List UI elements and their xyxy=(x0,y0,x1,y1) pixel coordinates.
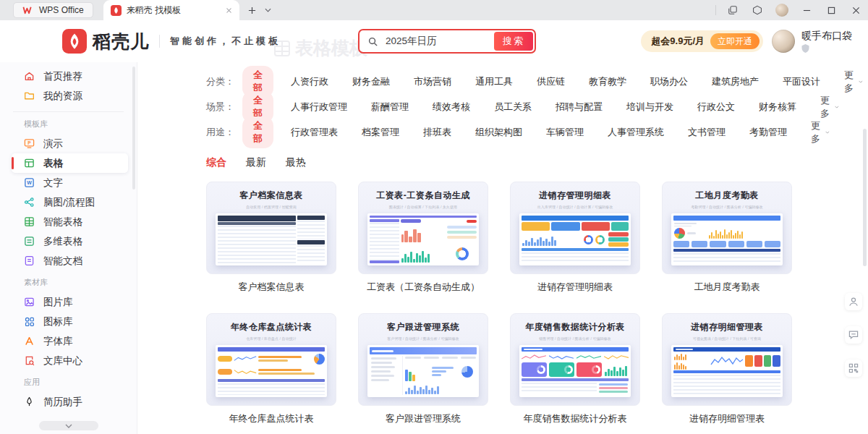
filter-option[interactable]: 平面设计 xyxy=(783,75,820,88)
sidebar-item-home-recommend[interactable]: 首页推荐 xyxy=(12,67,128,86)
filter-option[interactable]: 绩效考核 xyxy=(433,101,470,114)
search-bar[interactable]: 搜索 xyxy=(358,29,536,54)
filter-option[interactable]: 教育教学 xyxy=(589,75,626,88)
template-title: 进销存管理明细表 xyxy=(510,281,640,294)
search-button[interactable]: 搜索 xyxy=(494,32,533,51)
filter-option[interactable]: 员工关系 xyxy=(494,101,532,114)
filter-option-all[interactable]: 全部 xyxy=(242,116,273,148)
filter-more-button[interactable]: 更多 xyxy=(811,119,830,145)
filter-option[interactable]: 招聘与配置 xyxy=(556,101,603,114)
filter-option[interactable]: 建筑房地产 xyxy=(712,75,759,88)
sidebar-section-templates: 模板库 xyxy=(24,119,137,129)
open-membership-button[interactable]: 立即开通 xyxy=(710,33,760,49)
filter-option[interactable]: 行政公文 xyxy=(697,101,735,114)
thumbnail-preview xyxy=(367,345,479,397)
filter-option[interactable]: 排班表 xyxy=(423,126,451,139)
template-card[interactable]: 年终仓库盘点统计表 仓库管理 / 库存盘点 / 自动统计 xyxy=(206,313,336,425)
sidebar-item-smart-doc[interactable]: 智能文档 xyxy=(12,251,128,271)
filter-more-button[interactable]: 更多 xyxy=(844,69,863,95)
sidebar-item-multidim-sheet[interactable]: 多维表格 xyxy=(12,231,128,251)
template-card[interactable]: 年度销售数据统计分析表 销售管理 / 自动统计 / 图表分析 / 可编辑修改 xyxy=(510,313,640,425)
filter-option[interactable]: 档案管理 xyxy=(362,126,399,139)
sidebar-item-sheets[interactable]: 表格 xyxy=(12,153,128,173)
wps-home-tab[interactable]: WPS Office xyxy=(13,2,93,18)
template-card[interactable]: 进销存管理明细表 出入库管理 / 自动统计 / 自动计算 / 可编辑修改 xyxy=(510,182,640,294)
filter-option[interactable]: 供应链 xyxy=(537,75,565,88)
pen-icon xyxy=(24,396,35,407)
filter-option[interactable]: 考勤管理 xyxy=(749,126,787,139)
chevron-down-icon xyxy=(825,130,830,135)
filter-option[interactable]: 人事行政管理 xyxy=(291,101,347,114)
template-card[interactable]: 客户档案信息表 自动套用 / 档案管理 / 智能查询 xyxy=(206,182,336,294)
filter-option[interactable]: 财务金融 xyxy=(352,75,390,88)
maximize-button[interactable] xyxy=(819,0,843,20)
close-window-button[interactable] xyxy=(843,0,868,20)
minimize-button[interactable] xyxy=(794,0,819,20)
filter-option[interactable]: 人事管理系统 xyxy=(608,126,664,139)
sidebar-scrollbar[interactable] xyxy=(132,67,135,190)
template-card[interactable]: 进销存明细管理表 可视化图表 / 自动统计 / 下拉列表 / 可查询 xyxy=(662,313,792,425)
template-thumbnail[interactable]: 工地月度考勤表 考勤管理 / 自动统计 / 图表分析 / 可编辑修改 xyxy=(662,182,792,274)
sidebar-item-doc-center[interactable]: 文库中心 xyxy=(12,351,128,370)
presentation-icon: P xyxy=(24,138,35,149)
sidebar-item-image-library[interactable]: 图片库 xyxy=(12,292,128,312)
sidebar-item-presentation[interactable]: P 演示 xyxy=(12,134,128,153)
filter-option[interactable]: 市场营销 xyxy=(414,75,451,88)
filter-option[interactable]: 车辆管理 xyxy=(546,126,584,139)
mindmap-icon xyxy=(24,197,35,208)
titlebar-avatar[interactable] xyxy=(770,0,794,20)
filter-option[interactable]: 职场办公 xyxy=(650,75,688,88)
sidebar-item-font-library[interactable]: 字体库 xyxy=(12,331,128,351)
sidebar-expand-button[interactable] xyxy=(39,421,98,430)
app-box-icon[interactable] xyxy=(745,0,770,20)
filter-option[interactable]: 文书管理 xyxy=(688,126,726,139)
sidebar-item-mindmap-flowchart[interactable]: 脑图/流程图 xyxy=(12,192,128,212)
template-thumbnail[interactable]: 年终仓库盘点统计表 仓库管理 / 库存盘点 / 自动统计 xyxy=(206,313,336,406)
filter-option[interactable]: 财务核算 xyxy=(759,101,796,114)
user-avatar[interactable] xyxy=(772,30,795,53)
docer-logo-icon[interactable] xyxy=(62,29,87,54)
sidebar-item-my-resources[interactable]: 我的资源 xyxy=(12,86,128,106)
tab-list-chevron-icon[interactable] xyxy=(265,8,271,12)
filter-row-category: 分类： 全部 人资行政 财务金融 市场营销 通用工具 供应链 教育教学 职场办公… xyxy=(206,69,781,94)
search-input[interactable] xyxy=(384,35,494,48)
filter-more-button[interactable]: 更多 xyxy=(820,94,839,120)
main-scrollbar[interactable] xyxy=(863,129,867,266)
template-thumbnail[interactable]: 客户档案信息表 自动套用 / 档案管理 / 智能查询 xyxy=(206,182,336,274)
template-thumbnail[interactable]: 工资表-工资条自动生成 图表统计 / 自动核算 / 下拉列表 / 永久使用 xyxy=(358,182,488,274)
home-icon xyxy=(24,71,35,82)
template-card[interactable]: 工资表-工资条自动生成 图表统计 / 自动核算 / 下拉列表 / 永久使用 xyxy=(358,182,488,294)
docer-logo-text[interactable]: 稻壳儿 xyxy=(93,30,149,54)
sort-tab-newest[interactable]: 最新 xyxy=(246,156,266,169)
template-thumbnail[interactable]: 进销存管理明细表 出入库管理 / 自动统计 / 自动计算 / 可编辑修改 xyxy=(510,182,640,274)
filter-panel: 分类： 全部 人资行政 财务金融 市场营销 通用工具 供应链 教育教学 职场办公… xyxy=(206,62,781,145)
filter-option[interactable]: 人资行政 xyxy=(291,75,328,88)
contact-user-icon[interactable] xyxy=(845,293,862,310)
folder-icon xyxy=(24,90,35,101)
multi-window-icon[interactable] xyxy=(720,0,745,20)
template-thumbnail[interactable]: 客户跟进管理系统 客户管理 / 自动统计 / 图表分析 / 可编辑修改 xyxy=(358,313,488,406)
filter-option[interactable]: 组织架构图 xyxy=(475,126,522,139)
template-thumbnail[interactable]: 进销存明细管理表 可视化图表 / 自动统计 / 下拉列表 / 可查询 xyxy=(662,313,792,406)
membership-promo[interactable]: 超会9.9元/月 立即开通 xyxy=(641,30,763,52)
template-card[interactable]: 工地月度考勤表 考勤管理 / 自动统计 / 图表分析 / 可编辑修改 xyxy=(662,182,792,294)
filter-option[interactable]: 通用工具 xyxy=(475,75,513,88)
sort-tab-comprehensive[interactable]: 综合 xyxy=(206,156,226,169)
qr-code-icon[interactable] xyxy=(845,359,862,377)
close-tab-icon[interactable] xyxy=(226,7,232,14)
smart-doc-icon xyxy=(24,255,35,266)
template-thumbnail[interactable]: 年度销售数据统计分析表 销售管理 / 自动统计 / 图表分析 / 可编辑修改 xyxy=(510,313,640,406)
filter-option[interactable]: 行政管理表 xyxy=(291,126,338,139)
filter-option[interactable]: 薪酬管理 xyxy=(371,101,409,114)
docer-tab[interactable]: 来稻壳 找模板 xyxy=(103,0,239,20)
template-card[interactable]: 客户跟进管理系统 客户管理 / 自动统计 / 图表分析 / 可编辑修改 xyxy=(358,313,488,425)
new-tab-button[interactable] xyxy=(248,7,256,14)
sidebar-item-resume-assistant[interactable]: 简历助手 xyxy=(12,392,128,412)
sidebar-item-smart-sheet[interactable]: 智能表格 xyxy=(12,212,128,231)
svg-text:W: W xyxy=(27,180,32,185)
sort-tab-hottest[interactable]: 最热 xyxy=(286,156,306,169)
sidebar-item-writer[interactable]: W 文字 xyxy=(12,173,128,192)
sidebar-item-icon-library[interactable]: 图标库 xyxy=(12,312,128,331)
filter-option[interactable]: 培训与开发 xyxy=(626,101,673,114)
feedback-chat-icon[interactable] xyxy=(845,326,862,344)
